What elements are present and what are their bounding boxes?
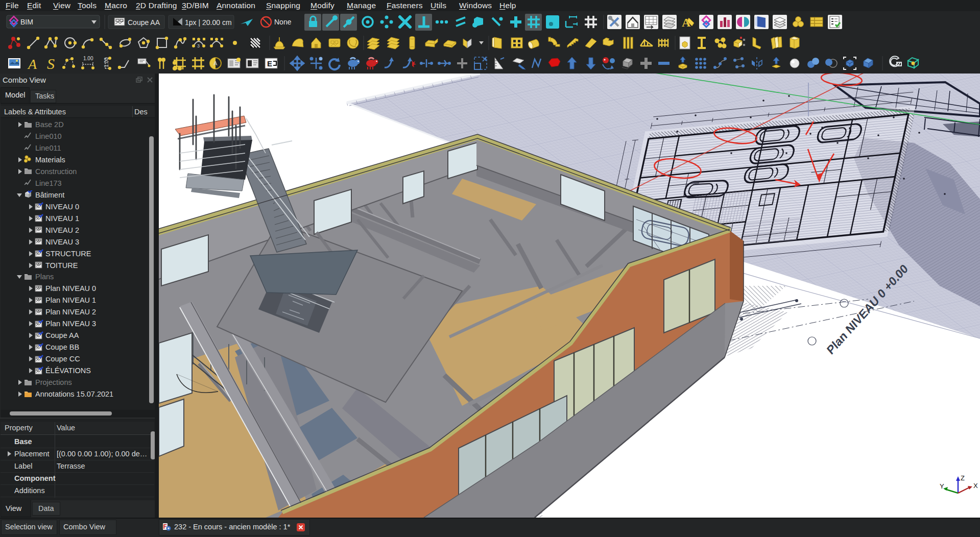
svg-text:Coupe AA: Coupe AA: [128, 18, 160, 27]
svg-text:None: None: [274, 18, 292, 26]
svg-text:X: X: [973, 482, 978, 490]
svg-text:1.00: 1.00: [83, 56, 93, 61]
svg-text:E: E: [267, 59, 272, 68]
svg-text:BIM: BIM: [20, 18, 33, 26]
svg-text:Y: Y: [940, 482, 944, 490]
svg-text:1px | 20.00 cm: 1px | 20.00 cm: [185, 18, 232, 27]
svg-text:Z: Z: [961, 474, 965, 482]
svg-text:A: A: [213, 60, 218, 66]
svg-text:A: A: [27, 56, 37, 72]
svg-text:F: F: [163, 523, 167, 530]
svg-text:S: S: [47, 55, 55, 72]
svg-text:3: 3: [197, 43, 200, 48]
